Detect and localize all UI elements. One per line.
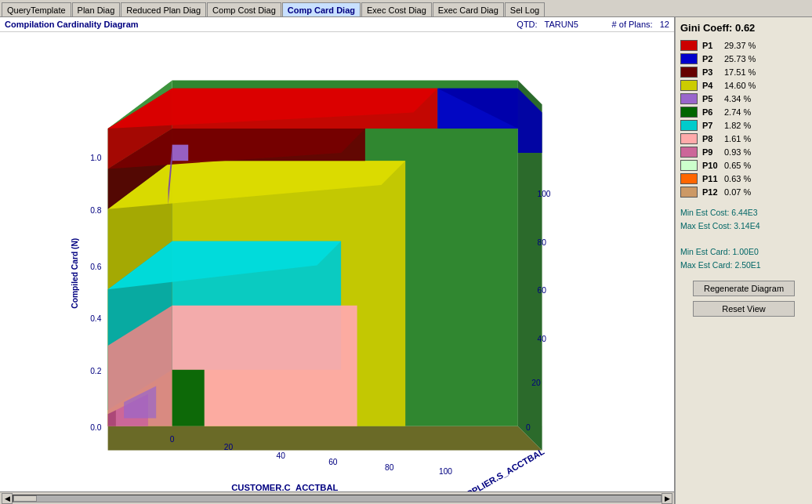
- legend-color-p12: [680, 187, 698, 198]
- legend-label-p3: P3: [702, 67, 724, 77]
- legend-item-p8: P81.61 %: [680, 133, 807, 144]
- svg-text:CUSTOMER.C_ACCTBAL: CUSTOMER.C_ACCTBAL: [231, 483, 338, 492]
- scroll-right-arrow[interactable]: ▶: [662, 493, 672, 504]
- svg-text:100: 100: [439, 467, 452, 476]
- svg-text:20: 20: [531, 379, 541, 387]
- svg-marker-22: [172, 370, 205, 426]
- plans-label: # of Plans:: [612, 20, 653, 29]
- legend-item-p5: P54.34 %: [680, 93, 807, 104]
- legend-color-p9: [680, 147, 698, 158]
- regenerate-button[interactable]: Regenerate Diagram: [693, 281, 795, 296]
- svg-text:80: 80: [385, 463, 394, 472]
- legend-label-p4: P4: [702, 81, 724, 90]
- chart-meta: QTD: TARUN5 # of Plans: 12: [517, 20, 669, 29]
- legend-label-p6: P6: [702, 107, 724, 117]
- legend-item-p4: P414.60 %: [680, 80, 807, 91]
- svg-text:60: 60: [537, 286, 546, 295]
- legend-pct-p6: 2.74 %: [724, 107, 751, 117]
- min-est-card-label: Min Est Card: 1.00E0: [680, 247, 759, 256]
- legend-label-p8: P8: [702, 134, 724, 143]
- legend-color-p11: [680, 173, 698, 184]
- legend-pct-p11: 0.63 %: [724, 174, 751, 183]
- gini-title: Gini Coeff: 0.62: [680, 22, 807, 34]
- svg-text:0: 0: [526, 423, 531, 432]
- legend-color-p6: [680, 107, 698, 118]
- legend-item-p6: P62.74 %: [680, 107, 807, 118]
- legend-pct-p7: 1.82 %: [724, 121, 751, 130]
- legend-pct-p3: 17.51 %: [724, 67, 756, 77]
- legend-pct-p1: 29.37 %: [724, 41, 756, 50]
- tab-reducedplandiag[interactable]: Reduced Plan Diag: [121, 2, 206, 16]
- legend-label-p9: P9: [702, 147, 724, 157]
- legend-color-p7: [680, 120, 698, 131]
- stats-block: Min Est Cost: 6.44E3 Max Est Cost: 3.14E…: [680, 206, 807, 272]
- tab-execcarddiag[interactable]: Exec Card Diag: [433, 2, 504, 16]
- legend-color-p2: [680, 53, 698, 64]
- tab-plandiag[interactable]: Plan Diag: [72, 2, 121, 16]
- reset-view-button[interactable]: Reset View: [693, 301, 795, 317]
- svg-text:0.8: 0.8: [90, 206, 102, 215]
- chart-svg: CUSTOMER.C_ACCTBAL SUPPLIER.S_ACCTBAL Co…: [0, 32, 674, 499]
- right-panel: Gini Coeff: 0.62 P129.37 %P225.73 %P317.…: [675, 17, 812, 504]
- legend-color-p3: [680, 67, 698, 78]
- svg-text:0: 0: [170, 435, 175, 444]
- legend-item-p2: P225.73 %: [680, 53, 807, 64]
- legend-pct-p10: 0.65 %: [724, 161, 751, 170]
- scrollbar-bottom: ◀ ▶: [0, 491, 674, 504]
- qtd-label: QTD:: [517, 20, 537, 29]
- legend-item-p11: P110.63 %: [680, 173, 807, 184]
- legend-label-p2: P2: [702, 54, 724, 63]
- legend-item-p1: P129.37 %: [680, 40, 807, 51]
- svg-text:Compiled Card (N): Compiled Card (N): [71, 238, 79, 309]
- legend-pct-p12: 0.07 %: [724, 187, 751, 197]
- legend-pct-p2: 25.73 %: [724, 54, 756, 63]
- tab-sellog[interactable]: Sel Log: [505, 2, 545, 16]
- svg-text:100: 100: [537, 190, 550, 198]
- legend-color-p4: [680, 80, 698, 91]
- tab-compcarddiag[interactable]: Comp Card Diag: [282, 2, 361, 16]
- tab-querytemplate[interactable]: QueryTemplate: [2, 2, 71, 16]
- legend-label-p1: P1: [702, 41, 724, 50]
- svg-text:0.4: 0.4: [90, 314, 102, 323]
- tab-bar: QueryTemplatePlan DiagReduced Plan DiagC…: [0, 0, 812, 17]
- chart-area: Compilation Cardinality Diagram QTD: TAR…: [0, 17, 675, 504]
- legend-color-p10: [680, 160, 698, 171]
- legend-label-p11: P11: [702, 174, 724, 183]
- svg-text:40: 40: [276, 451, 285, 460]
- svg-text:40: 40: [537, 335, 546, 343]
- svg-text:0.2: 0.2: [90, 367, 102, 375]
- legend-label-p5: P5: [702, 94, 724, 103]
- main-container: Compilation Cardinality Diagram QTD: TAR…: [0, 17, 812, 504]
- legend-pct-p9: 0.93 %: [724, 147, 751, 157]
- scrollbar-track[interactable]: [13, 495, 662, 502]
- chart-canvas[interactable]: CUSTOMER.C_ACCTBAL SUPPLIER.S_ACCTBAL Co…: [0, 32, 674, 499]
- qtd-value: TARUN5: [545, 20, 578, 29]
- legend-color-p8: [680, 133, 698, 144]
- tab-execcostdiag[interactable]: Exec Cost Diag: [361, 2, 432, 16]
- min-est-cost-label: Min Est Cost: 6.44E3: [680, 208, 758, 217]
- scrollbar-thumb[interactable]: [13, 495, 37, 502]
- legend-label-p10: P10: [702, 161, 724, 170]
- svg-text:80: 80: [537, 238, 546, 247]
- chart-title: Compilation Cardinality Diagram: [5, 20, 139, 29]
- svg-text:60: 60: [328, 458, 338, 466]
- chart-header: Compilation Cardinality Diagram QTD: TAR…: [0, 17, 674, 32]
- plans-value: 12: [660, 20, 669, 29]
- legend-pct-p4: 14.60 %: [724, 81, 756, 90]
- legend-pct-p5: 4.34 %: [724, 94, 751, 103]
- scroll-left-arrow[interactable]: ◀: [2, 493, 13, 504]
- legend-item-p7: P71.82 %: [680, 120, 807, 131]
- legend-item-p10: P100.65 %: [680, 160, 807, 171]
- legend-item-p12: P120.07 %: [680, 187, 807, 198]
- svg-text:20: 20: [224, 443, 234, 451]
- legend-color-p1: [680, 40, 698, 51]
- legend-label-p7: P7: [702, 121, 724, 130]
- legend-item-p9: P90.93 %: [680, 147, 807, 158]
- legend-list: P129.37 %P225.73 %P317.51 %P414.60 %P54.…: [680, 40, 807, 200]
- svg-text:1.0: 1.0: [90, 154, 102, 162]
- svg-marker-15: [172, 145, 189, 161]
- legend-pct-p8: 1.61 %: [724, 134, 751, 143]
- legend-label-p12: P12: [702, 187, 724, 197]
- tab-compcostdiag[interactable]: Comp Cost Diag: [207, 2, 281, 16]
- max-est-card-label: Max Est Card: 2.50E1: [680, 260, 761, 270]
